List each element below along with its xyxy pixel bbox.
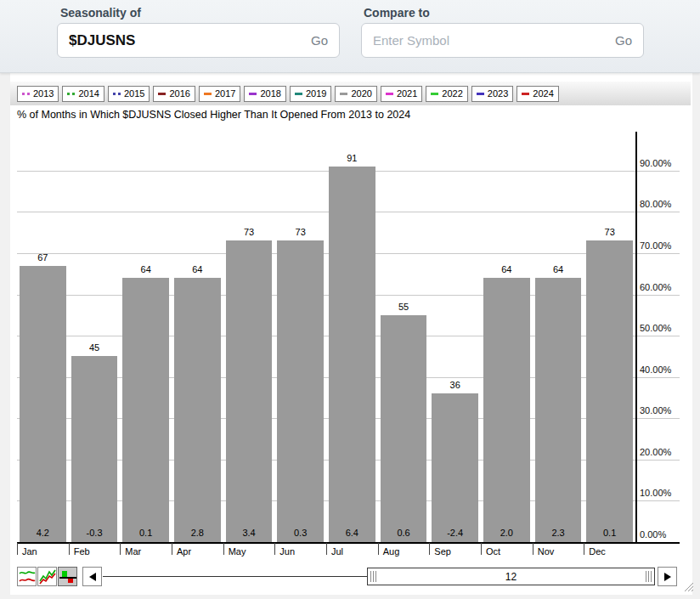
month-tick [274, 543, 275, 555]
scroll-left-button[interactable] [82, 567, 102, 586]
bar-value-label: 55 [381, 302, 427, 312]
bar-bottom-value-label: 0.1 [120, 528, 172, 538]
month-label-Oct: Oct [486, 546, 500, 557]
bar-value-label: 64 [535, 264, 582, 274]
legend-marker-icon [386, 93, 393, 95]
bar-bottom-value-label: 2.8 [172, 528, 223, 538]
x-axis-line [17, 542, 680, 544]
month-tick [172, 543, 172, 555]
legend-marker-icon [204, 93, 212, 95]
legend-year-2013[interactable]: 2013 [17, 86, 59, 102]
legend-marker-icon [67, 93, 75, 95]
bar-bottom-value-label: 3.4 [223, 528, 275, 538]
bar-value-label: 64 [174, 264, 221, 274]
legend-year-label: 2023 [488, 88, 508, 99]
legend-year-2022[interactable]: 2022 [426, 86, 467, 102]
seasonality-symbol-input[interactable] [69, 32, 304, 49]
month-label-Apr: Apr [177, 546, 191, 557]
legend-year-2020[interactable]: 2020 [335, 86, 376, 102]
bar-bottom-value-label: 0.6 [378, 528, 430, 538]
scrollbar-track[interactable] [103, 576, 367, 577]
y-tick-label: 90.00% [640, 158, 671, 168]
legend-year-label: 2014 [78, 88, 99, 99]
bar-value-label: 73 [277, 227, 324, 237]
bar-value-label: 45 [71, 342, 118, 353]
legend-year-2019[interactable]: 2019 [290, 86, 331, 102]
legend-year-label: 2021 [397, 88, 417, 99]
y-tick-label: 50.00% [640, 323, 671, 333]
month-tick [584, 543, 584, 555]
histogram-chart-icon [59, 568, 76, 585]
bar-bottom-value-label: 2.3 [533, 528, 584, 538]
seasonality-of-label: Seasonality of [60, 6, 141, 20]
compare-symbol-input[interactable] [373, 32, 608, 49]
bar-bottom-value-label: 6.4 [326, 528, 378, 538]
legend-marker-icon [340, 93, 347, 95]
legend-marker-icon [431, 93, 438, 95]
y-tick-label: 30.00% [640, 405, 671, 415]
y-tick-label: 10.00% [640, 488, 671, 498]
symbol-entry-header: Seasonality of Go Compare to Go [0, 0, 700, 73]
bar-value-label: 73 [226, 227, 273, 237]
month-label-Jul: Jul [331, 546, 343, 557]
resize-grip-icon[interactable] [680, 578, 695, 593]
bar-May [226, 240, 273, 542]
month-tick [429, 543, 430, 555]
bar-value-label: 64 [122, 264, 169, 274]
bar-Aug [381, 315, 427, 542]
bar-Dec [586, 240, 633, 542]
y-tick-label: 0.00% [640, 529, 666, 540]
legend-year-2017[interactable]: 2017 [199, 86, 240, 102]
legend-year-2014[interactable]: 2014 [62, 86, 104, 102]
legend-year-2015[interactable]: 2015 [108, 86, 150, 102]
legend-marker-icon [295, 93, 302, 95]
seasonality-go-button[interactable]: Go [304, 33, 328, 48]
month-label-Jun: Jun [279, 546, 295, 557]
y-tick-label: 70.00% [640, 240, 671, 251]
legend-year-label: 2024 [533, 88, 553, 99]
bar-value-label: 64 [483, 264, 530, 274]
legend-marker-icon [158, 93, 166, 95]
dual-line-chart-type-button[interactable] [17, 567, 37, 586]
histogram-chart-type-button[interactable] [58, 567, 77, 586]
bar-Mar [122, 278, 169, 542]
legend-year-label: 2015 [124, 88, 144, 99]
left-arrow-icon [89, 573, 96, 581]
legend-year-label: 2022 [442, 88, 462, 99]
multi-line-chart-type-button[interactable] [37, 567, 57, 586]
month-label-Mar: Mar [125, 546, 141, 557]
right-arrow-icon [664, 573, 671, 581]
month-tick [17, 543, 18, 555]
bar-Nov [535, 278, 582, 542]
legend-year-2016[interactable]: 2016 [153, 86, 195, 102]
compare-go-button[interactable]: Go [608, 33, 632, 48]
scroll-right-button[interactable] [658, 567, 677, 586]
legend-year-label: 2016 [169, 88, 189, 99]
legend-year-2018[interactable]: 2018 [244, 86, 285, 102]
month-label-Jan: Jan [22, 546, 37, 557]
month-label-May: May [229, 546, 246, 557]
legend-year-label: 2017 [215, 88, 235, 99]
bar-value-label: 73 [586, 227, 633, 237]
thumb-grip-left-icon [370, 571, 376, 582]
bar-Jun [277, 240, 324, 542]
y-tick-label: 80.00% [640, 199, 671, 209]
month-label-Aug: Aug [383, 546, 400, 557]
year-legend-bar: 2013201420152016201720182019202020212022… [10, 82, 691, 105]
month-tick [120, 543, 121, 555]
legend-marker-icon [477, 93, 484, 95]
page-bottom-strip [0, 595, 700, 599]
legend-year-2023[interactable]: 2023 [471, 86, 513, 102]
legend-year-2024[interactable]: 2024 [517, 86, 558, 102]
scrollbar-thumb[interactable]: 12 [367, 568, 655, 585]
month-tick [223, 543, 224, 555]
bar-Oct [483, 278, 530, 542]
month-tick [481, 543, 482, 555]
month-label-Nov: Nov [538, 546, 555, 557]
dual-line-chart-icon [19, 568, 36, 585]
bar-bottom-value-label: -0.3 [69, 528, 121, 538]
legend-year-2021[interactable]: 2021 [381, 86, 422, 102]
legend-marker-icon [249, 93, 257, 95]
y-tick-label: 40.00% [640, 364, 671, 375]
month-label-Sep: Sep [434, 546, 451, 557]
